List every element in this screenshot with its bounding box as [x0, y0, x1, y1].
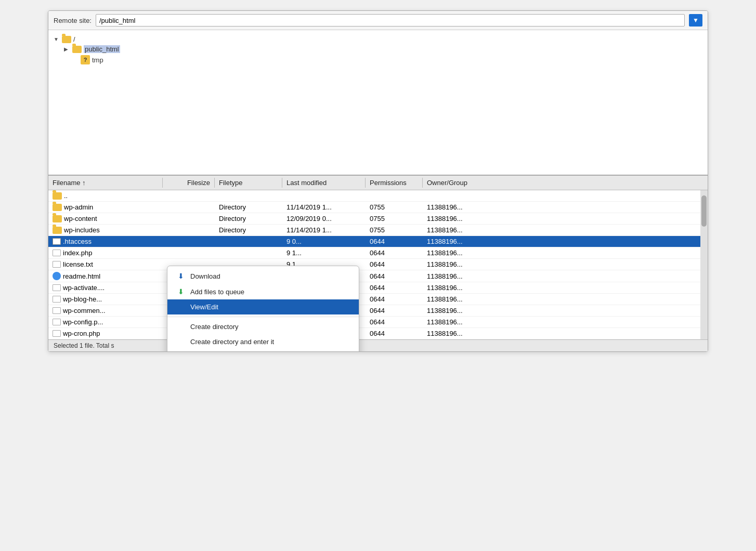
perms-cell: 0755 [366, 202, 423, 213]
remote-site-label: Remote site: [54, 17, 92, 24]
owner-cell: 11388196... [423, 213, 496, 224]
file-icon [53, 261, 61, 268]
perms-cell: 0755 [366, 213, 423, 224]
owner-cell: 11388196... [423, 236, 496, 247]
col-header-filesize[interactable]: Filesize [163, 178, 215, 188]
context-menu-item-create-dir-enter[interactable]: Create directory and enter it [167, 334, 359, 349]
filename-cell: wp-includes [48, 225, 163, 235]
download-icon: ⬇ [176, 272, 186, 280]
folder-icon [53, 192, 62, 200]
table-row[interactable]: wp-content Directory 12/09/2019 0... 075… [48, 213, 708, 225]
lastmod-cell: 9 0... [282, 236, 366, 247]
scrollbar-track[interactable] [700, 190, 708, 339]
owner-cell: 11388196... [423, 202, 496, 213]
owner-cell: 11388196... [423, 225, 496, 235]
filename-cell: wp-admin [48, 202, 163, 213]
context-menu-item-add-queue[interactable]: ⬇ Add files to queue [167, 284, 359, 299]
tree-item-public-html[interactable]: ▶ public_html [54, 44, 702, 54]
filetype-cell: Directory [215, 202, 282, 213]
table-row[interactable]: wp-commen... 9 1... 0644 11388196... [48, 305, 708, 317]
filename-cell: .htaccess [48, 236, 163, 247]
tree-label-tmp: tmp [92, 56, 103, 64]
filename-cell: wp-commen... [48, 305, 163, 316]
folder-icon-public-html [72, 46, 82, 53]
file-rows-container: .. wp-admin Directory 11/14/2019 1... 07… [48, 190, 708, 339]
add-queue-icon: ⬇ [176, 287, 186, 296]
filename-cell: wp-content [48, 213, 163, 224]
col-header-owner[interactable]: Owner/Group [423, 178, 496, 188]
remote-site-input[interactable] [96, 14, 685, 27]
lastmod-cell: 9 1... [282, 247, 366, 258]
owner-cell: 11388196... [423, 294, 496, 305]
col-header-filetype[interactable]: Filetype [215, 178, 282, 188]
context-menu-label-create-dir: Create directory [190, 323, 238, 331]
perms-cell: 0644 [366, 294, 423, 305]
col-header-filename[interactable]: Filename ↑ [48, 178, 163, 188]
context-menu-label-view-edit: View/Edit [190, 303, 218, 311]
file-list-section: Filename ↑ Filesize Filetype Last modifi… [48, 176, 708, 351]
context-menu-item-create-file[interactable]: Create new file [167, 349, 359, 352]
table-row[interactable]: wp-config.p... 9 1... 0644 11388196... [48, 317, 708, 328]
filesize-cell [163, 229, 215, 232]
browser-icon [53, 272, 61, 280]
context-menu-item-view-edit[interactable]: View/Edit [167, 299, 359, 314]
table-row[interactable]: license.txt 9 1... 0644 11388196... [48, 259, 708, 270]
filename-cell: wp-cron.php [48, 328, 163, 339]
tree-label-public-html: public_html [84, 45, 120, 53]
owner-cell: 11388196... [423, 328, 496, 339]
folder-icon [53, 227, 62, 234]
filesize-cell [163, 194, 215, 198]
table-row[interactable]: wp-admin Directory 11/14/2019 1... 0755 … [48, 202, 708, 213]
table-row-htaccess[interactable]: .htaccess 9 0... 0644 11388196... [48, 236, 708, 247]
perms-cell: 0644 [366, 282, 423, 293]
filetype-cell: Directory [215, 213, 282, 224]
tree-item-root[interactable]: ▼ / [54, 34, 702, 44]
perms-cell: 0644 [366, 305, 423, 316]
file-icon [53, 284, 61, 291]
remote-site-bar: Remote site: ▼ [48, 11, 708, 30]
filesize-cell [163, 240, 215, 243]
filename-cell: .. [48, 190, 163, 201]
perms-cell: 0644 [366, 259, 423, 270]
filename-cell: readme.html [48, 270, 163, 282]
filename-cell: license.txt [48, 259, 163, 270]
tree-view: ▼ / ▶ public_html ? tmp [48, 30, 708, 176]
table-row[interactable]: wp-cron.php 9 1... 0644 11388196... [48, 328, 708, 339]
context-menu-item-create-dir[interactable]: Create directory [167, 319, 359, 334]
filesize-cell [163, 252, 215, 255]
table-row[interactable]: wp-includes Directory 11/14/2019 1... 07… [48, 225, 708, 236]
tree-item-tmp[interactable]: ? tmp [54, 54, 702, 65]
table-row[interactable]: .. [48, 190, 708, 202]
context-menu-divider-1 [167, 317, 359, 317]
owner-cell: 11388196... [423, 282, 496, 293]
table-row[interactable]: wp-activate.... 9 1... 0644 11388196... [48, 282, 708, 294]
col-header-perms[interactable]: Permissions [366, 178, 423, 188]
perms-cell: 0644 [366, 271, 423, 282]
filesize-cell [163, 217, 215, 220]
filename-cell: wp-config.p... [48, 317, 163, 327]
scrollbar-thumb[interactable] [701, 195, 707, 227]
file-icon [53, 250, 61, 256]
tree-label-root: / [73, 35, 75, 43]
table-row[interactable]: readme.html 9 1... 0644 11388196... [48, 270, 708, 282]
remote-site-dropdown[interactable]: ▼ [689, 14, 702, 27]
perms-cell: 0644 [366, 328, 423, 339]
filesize-cell [163, 206, 215, 209]
table-row[interactable]: wp-blog-he... 9 1... 0644 11388196... [48, 294, 708, 305]
filename-cell: wp-blog-he... [48, 294, 163, 305]
file-icon [53, 307, 61, 314]
file-list-header: Filename ↑ Filesize Filetype Last modifi… [48, 176, 708, 190]
context-menu-item-download[interactable]: ⬇ Download [167, 268, 359, 284]
file-icon [53, 319, 61, 325]
context-menu-label-create-dir-enter: Create directory and enter it [190, 338, 274, 346]
file-icon [53, 330, 61, 337]
owner-cell: 11388196... [423, 317, 496, 327]
tree-arrow-public-html: ▶ [64, 46, 70, 52]
perms-cell: 0644 [366, 247, 423, 258]
status-text: Selected 1 file. Total s [54, 342, 114, 349]
file-icon [53, 238, 61, 245]
perms-cell [366, 194, 423, 198]
col-header-lastmod[interactable]: Last modified [282, 178, 366, 188]
table-row[interactable]: index.php 9 1... 0644 11388196... [48, 247, 708, 259]
filetype-cell [215, 194, 282, 198]
